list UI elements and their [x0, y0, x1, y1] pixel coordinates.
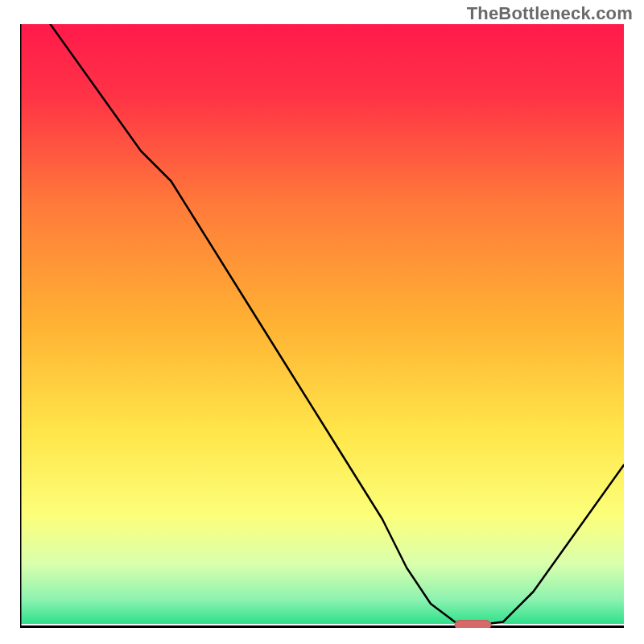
chart-frame: TheBottleneck.com: [0, 0, 644, 644]
plot-area: [20, 24, 624, 628]
watermark-text: TheBottleneck.com: [467, 3, 633, 24]
chart-svg: [20, 24, 624, 628]
optimum-marker: [455, 621, 491, 628]
gradient-background: [20, 24, 624, 624]
